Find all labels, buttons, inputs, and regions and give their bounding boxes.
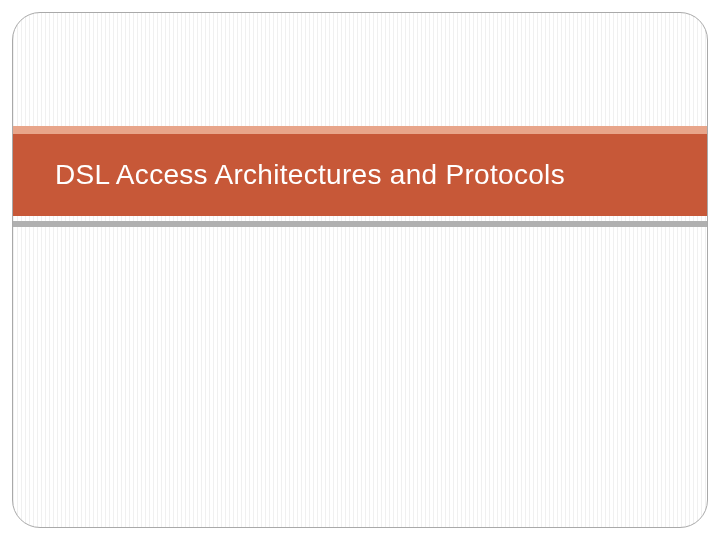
decorative-bottom-stripe xyxy=(13,221,707,227)
decorative-top-stripe xyxy=(13,126,707,134)
slide-frame: DSL Access Architectures and Protocols xyxy=(12,12,708,528)
slide-title: DSL Access Architectures and Protocols xyxy=(55,159,565,191)
title-band: DSL Access Architectures and Protocols xyxy=(13,134,707,216)
